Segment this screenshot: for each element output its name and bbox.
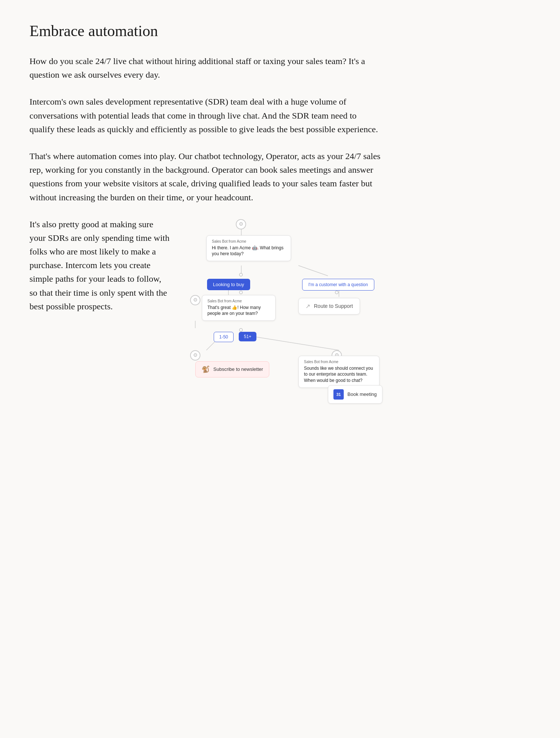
connector-dot-1 xyxy=(239,273,243,277)
gear-icon-left: ⚙ xyxy=(190,295,200,305)
route-to-support-node: ↗ Route to Support xyxy=(298,298,360,314)
split-section: It's also pretty good at making sure you… xyxy=(29,218,531,402)
paragraph-2: Intercom's own sales development represe… xyxy=(29,95,383,136)
route-icon: ↗ xyxy=(305,303,310,310)
subscribe-icon: 🐒 xyxy=(202,365,210,373)
connector-dot-4 xyxy=(239,328,243,332)
paragraph-1: How do you scale 24/7 live chat without … xyxy=(29,55,383,82)
gear-icon-bottom-left: ⚙ xyxy=(190,350,200,361)
gear-icon-top: ⚙ xyxy=(236,219,246,229)
chatbot-diagram: ⚙ Sales Bot from Acme Hi there. I am Acm… xyxy=(184,218,531,402)
subscribe-label: Subscribe to newsletter xyxy=(213,366,263,372)
paragraph-3: That's where automation comes into play.… xyxy=(29,150,383,204)
calendar-icon: 31 xyxy=(333,389,344,400)
bot-name-3: Sales Bot from Acme xyxy=(304,360,374,364)
svg-line-7 xyxy=(247,335,339,350)
book-meeting-label: Book meeting xyxy=(347,391,377,397)
subscribe-node: 🐒 Subscribe to newsletter xyxy=(195,361,269,377)
looking-to-buy-button[interactable]: Looking to buy xyxy=(207,279,250,290)
enterprise-node: Sales Bot from Acme Sounds like we shoul… xyxy=(298,356,379,388)
size-51-plus-button[interactable]: 51+ xyxy=(239,332,256,341)
svg-line-2 xyxy=(298,266,328,276)
route-to-support-label: Route to Support xyxy=(314,303,353,309)
enterprise-text: Sounds like we should connect you to our… xyxy=(304,365,374,384)
paragraph-4: It's also pretty good at making sure you… xyxy=(29,218,169,313)
book-meeting-node: 31 Book meeting xyxy=(328,385,382,404)
size-1-50-button[interactable]: 1-50 xyxy=(214,332,234,342)
team-question-text: That's great 👍! How many people are on y… xyxy=(207,305,270,317)
greeting-node: Sales Bot from Acme Hi there. I am Acme … xyxy=(206,235,291,261)
greeting-text: Hi there. I am Acme 🤖. What brings you h… xyxy=(212,245,286,257)
bot-name-2: Sales Bot from Acme xyxy=(207,299,270,303)
connector-dot-2 xyxy=(239,291,243,294)
connector-dot-3 xyxy=(335,291,339,294)
team-question-node: Sales Bot from Acme That's great 👍! How … xyxy=(202,295,276,321)
bot-name-1: Sales Bot from Acme xyxy=(212,239,286,243)
page-title: Embrace automation xyxy=(29,22,531,40)
customer-question-button[interactable]: I'm a customer with a question xyxy=(302,279,374,291)
